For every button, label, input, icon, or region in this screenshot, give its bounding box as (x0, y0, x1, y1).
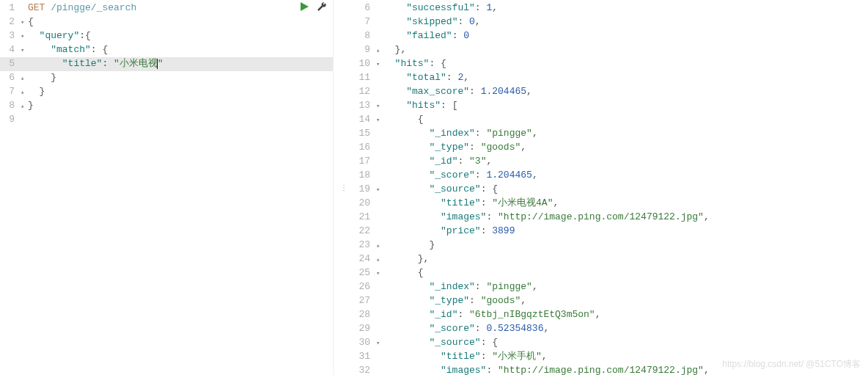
fold-toggle[interactable]: ▾ (376, 59, 383, 71)
fold-toggle (376, 170, 383, 183)
key-token: "max_score" (406, 86, 469, 97)
code-line[interactable]: 9▴ }, (356, 43, 868, 57)
fold-toggle[interactable]: ▾ (376, 338, 383, 350)
fold-toggle[interactable]: ▴ (21, 73, 28, 85)
fold-toggle[interactable]: ▾ (21, 17, 28, 29)
code-line[interactable]: 22 "price": 3899 (356, 225, 868, 239)
punc-token: { (418, 267, 424, 278)
fold-toggle[interactable]: ▾ (376, 101, 383, 113)
line-number: 26 (356, 280, 376, 293)
fold-toggle[interactable]: ▾ (376, 184, 383, 197)
punc-token: :{ (79, 30, 91, 41)
fold-toggle[interactable]: ▾ (376, 114, 383, 127)
punc-token: : (102, 58, 114, 69)
code-line[interactable]: 14▾ { (356, 113, 868, 127)
fold-toggle[interactable]: ▴ (376, 240, 383, 252)
code-line[interactable]: 27 "_type": "goods", (356, 294, 868, 308)
code-line[interactable]: 2▾{ (0, 15, 333, 29)
code-line[interactable]: 9 (0, 113, 333, 127)
key-token: "_score" (429, 323, 474, 334)
kw-method-token: GET (28, 2, 45, 13)
code-line[interactable]: 15 "_index": "pingge", (356, 127, 868, 141)
code-line[interactable]: 28 "_id": "6tbj_nIBgqztEtQ3m5on", (356, 308, 868, 322)
str-token: "小米电视 (114, 58, 158, 69)
fold-toggle (376, 31, 383, 43)
fold-toggle (376, 226, 383, 239)
fold-toggle (376, 17, 383, 29)
code-line[interactable]: 7 "skipped": 0, (356, 15, 868, 29)
fold-toggle[interactable]: ▴ (21, 101, 28, 113)
key-token: "title" (441, 351, 481, 362)
line-number: 21 (356, 211, 376, 223)
line-number: 8 (0, 99, 21, 112)
punc-token: , (486, 156, 492, 167)
code-line[interactable]: 11 "total": 2, (356, 71, 868, 85)
request-code[interactable]: 1 GET /pingge/_search2▾{3▾ "query":{4▾ "… (0, 0, 333, 127)
line-number: 25 (356, 266, 376, 279)
code-line[interactable]: 12 "max_score": 1.204465, (356, 85, 868, 99)
code-line[interactable]: 6▴ } (0, 71, 333, 85)
num-token: 0.52354836 (486, 323, 543, 334)
run-button[interactable] (299, 1, 309, 15)
code-line[interactable]: 25▾ { (356, 266, 868, 280)
code-line[interactable]: 20 "title": "小米电视4A", (356, 197, 868, 211)
code-line[interactable]: 5 "title": "小米电视" (0, 57, 333, 71)
str-token: "pingge" (486, 281, 532, 292)
code-line[interactable]: 26 "_index": "pingge", (356, 280, 868, 294)
response-viewer-pane[interactable]: 6 "successful": 1,7 "skipped": 0,8 "fail… (356, 0, 868, 375)
code-line[interactable]: 6 "successful": 1, (356, 1, 868, 15)
punc-token: : (475, 281, 487, 292)
code-line[interactable]: 16 "_type": "goods", (356, 141, 868, 155)
num-token: 0 (469, 16, 475, 27)
fold-toggle[interactable]: ▴ (21, 87, 28, 99)
key-token: "_index" (429, 128, 474, 139)
fold-toggle[interactable]: ▾ (376, 268, 383, 280)
fold-toggle[interactable]: ▾ (21, 45, 28, 57)
line-number: 2 (0, 15, 21, 28)
punc-token: : (469, 86, 481, 97)
request-editor-pane[interactable]: 1 GET /pingge/_search2▾{3▾ "query":{4▾ "… (0, 0, 334, 375)
pane-splitter[interactable]: ⋮ (334, 0, 356, 375)
str-token: "http://image.ping.com/12479122.jpg" (498, 211, 704, 222)
code-line[interactable]: 18 "_score": 1.204465, (356, 169, 868, 183)
line-number: 28 (356, 308, 376, 321)
fold-toggle (376, 73, 383, 85)
fold-toggle[interactable]: ▴ (376, 45, 383, 57)
punc-token: : (457, 156, 469, 167)
line-number: 3 (0, 29, 21, 42)
code-line[interactable]: 7▴ } (0, 85, 333, 99)
code-line[interactable]: 30▾ "_source": { (356, 336, 868, 350)
fold-toggle[interactable]: ▾ (21, 31, 28, 43)
line-number: 6 (356, 1, 376, 14)
code-line[interactable]: 19▾ "_source": { (356, 183, 868, 197)
code-line[interactable]: 21 "images": "http://image.ping.com/1247… (356, 211, 868, 225)
code-line[interactable]: 13▾ "hits": [ (356, 99, 868, 113)
code-line[interactable]: 4▾ "match": { (0, 43, 333, 57)
str-token: "http://image.ping.com/12479122.jpg" (498, 365, 704, 375)
code-line[interactable]: 17 "_id": "3", (356, 155, 868, 169)
code-line[interactable]: 23▴ } (356, 239, 868, 252)
punc-token: : (475, 2, 487, 13)
punc-token: : (452, 30, 464, 41)
code-line[interactable]: 29 "_score": 0.52354836, (356, 322, 868, 336)
fold-toggle[interactable]: ▴ (376, 254, 383, 266)
key-token: "_source" (429, 183, 480, 194)
code-line[interactable]: 8▴} (0, 99, 333, 113)
code-line[interactable]: 10▾ "hits": { (356, 57, 868, 71)
code-line[interactable]: 8 "failed": 0 (356, 29, 868, 43)
fold-toggle (376, 282, 383, 294)
fold-toggle (376, 156, 383, 169)
punc-token: , (526, 86, 532, 97)
code-line[interactable]: 24▴ }, (356, 252, 868, 266)
num-token: 3899 (492, 225, 515, 236)
key-token: "images" (441, 365, 486, 375)
num-token: 1.204465 (481, 86, 526, 97)
punc-token: : (469, 295, 481, 306)
punc-token: , (521, 142, 526, 153)
code-line[interactable]: 3▾ "query":{ (0, 29, 333, 43)
punc-token: , (475, 16, 481, 27)
wrench-icon[interactable] (317, 1, 327, 15)
code-line[interactable]: 1 GET /pingge/_search (0, 1, 333, 15)
str-token: "goods" (481, 295, 521, 306)
key-token: "query" (40, 30, 80, 41)
